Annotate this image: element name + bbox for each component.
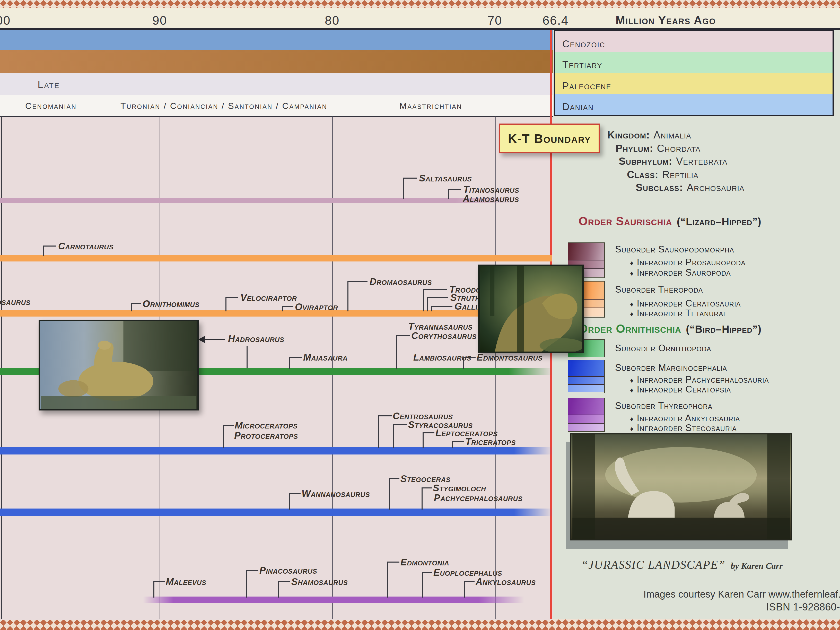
legend-label-ankylosauria: ♦Infraorder Ankylosauria <box>630 413 740 423</box>
timeline-bar-ceratopsia <box>0 447 553 455</box>
legend-swatch-thyreophora <box>568 398 605 432</box>
swatch-marginocephalia-row3 <box>568 385 604 392</box>
taxon-label-alamosaurus: Alamosaurus <box>463 194 519 204</box>
arrow-to-hadrosaur-image <box>198 336 205 343</box>
connector-ornithomimus <box>131 303 141 311</box>
axis-title: Million Years Ago <box>616 14 716 27</box>
taxon-label-microceratops: Microceratops <box>235 420 297 431</box>
connector-dromaosaurus <box>347 281 368 311</box>
legend-swatch-marginocephalia <box>568 360 605 393</box>
connector-shamosaurus <box>278 581 290 598</box>
zigzag-border-bottom <box>0 619 840 630</box>
legend-label-pachycephalosauria: ♦Infraorder Pachycephalosauria <box>630 374 769 385</box>
scale-label-danian: Danian <box>562 101 594 112</box>
legend-label-sauropoda: ♦Infraorder Sauropoda <box>630 267 731 278</box>
axis-tick-80: 80 <box>325 13 339 28</box>
legend-label-sauropodomorpha: Suborder Sauropodomorpha <box>615 244 734 255</box>
taxon-label-hadrosaurus: Hadrosaurus <box>228 333 284 344</box>
swatch-thyreophora-row1 <box>568 398 604 415</box>
hadrosaur-silhouette <box>40 321 197 409</box>
taxon-label-ankylosaurus: Ankylosaurus <box>475 576 536 587</box>
classification-phylum: Phylum:Chordata <box>616 142 701 154</box>
painting-title: “JURASSIC LANDSCAPE” <box>581 558 725 571</box>
connector-triceratops <box>452 441 464 448</box>
taxon-label-maleevus: Maleevus <box>166 576 207 587</box>
subclass-rank: Subclass: <box>636 182 683 193</box>
diamond-bullet-icon: ♦ <box>630 386 633 394</box>
phylum-value: Chordata <box>657 142 701 154</box>
swatch-marginocephalia-row1 <box>568 360 604 377</box>
timeline-bar-ceratosauria <box>0 255 552 262</box>
legend-label-theropoda: Suborder Theropoda <box>615 284 703 295</box>
subphylum-rank: Subphylum: <box>619 155 673 167</box>
connector-carnotaurus <box>43 246 56 256</box>
subphylum-value: Vertebrata <box>676 155 728 167</box>
dinosaur-timeline-poster: 00 90 80 70 66.4 Million Years Ago Late … <box>0 0 840 630</box>
connector-pinacosaurus <box>246 570 258 598</box>
axis-tick-66-4: 66.4 <box>543 13 568 28</box>
kingdom-value: Animalia <box>654 129 691 141</box>
timeline-bar-pachycephalosauria <box>0 508 553 516</box>
landscape-silhouette <box>571 434 791 539</box>
taxon-label-stygimoloch: Stygimoloch <box>433 483 486 494</box>
tyrannosaurus-painting <box>478 265 584 353</box>
swatch-thyreophora-row2 <box>568 415 604 423</box>
arrow-shaft <box>204 339 225 340</box>
diamond-bullet-icon: ♦ <box>630 376 633 384</box>
axis-tick-100: 00 <box>0 13 11 28</box>
legend-label-tetanurae: ♦Infraorder Tetanurae <box>630 308 728 319</box>
diamond-bullet-icon: ♦ <box>630 425 633 433</box>
scale-row-tertiary: Tertiary <box>555 52 832 73</box>
legend-heading-saurischia: Order Saurischia(“Lizard–Hipped”) <box>578 214 761 228</box>
legend-label-ornithopoda: Suborder Ornithopoda <box>615 343 711 354</box>
phylum-rank: Phylum: <box>616 142 654 154</box>
scale-label-cenozoic: Cenozoic <box>562 39 605 50</box>
tetanurae-text: Infraorder Tetanurae <box>637 308 728 318</box>
taxon-label-shamosaurus: Shamosaurus <box>291 576 348 587</box>
taxon-label-wannanosaurus: Wannanosaurus <box>302 488 370 499</box>
pachycephalosauria-text: Infraorder Pachycephalosauria <box>637 374 769 385</box>
taxon-label-dromaosaurus: Dromaosaurus <box>369 276 432 287</box>
taxon-label-ornithomimus: Ornithomimus <box>142 298 199 309</box>
scale-row-cenozoic: Cenozoic <box>555 31 832 52</box>
taxon-label-pachycephalosaurus: Pachycephalosaurus <box>434 493 523 504</box>
class-rank: Class: <box>627 169 658 180</box>
connector-saltasaurus <box>403 178 417 199</box>
timeline-bar-sauropoda <box>0 197 518 203</box>
legend-label-marginocephalia: Suborder Marginocephalia <box>615 362 727 373</box>
period-band-blue <box>0 30 553 50</box>
images-credit: Images courtesy Karen Carr www.thefernle… <box>643 589 840 600</box>
connector-hadrosaurus <box>246 346 248 368</box>
gridline-80my <box>332 116 333 619</box>
kingdom-rank: Kingdom: <box>607 129 650 141</box>
zigzag-border-top <box>0 0 840 8</box>
scale-label-tertiary: Tertiary <box>562 60 602 71</box>
taxon-label-corythosaurus: Corythosaurus <box>411 330 477 341</box>
scale-row-danian: Danian <box>555 94 832 115</box>
legend-label-ceratopsia: ♦Infraorder Ceratopsia <box>630 384 731 395</box>
connector-leptoceratops <box>423 433 434 448</box>
taxon-label-carnotaurus: Carnotaurus <box>58 241 114 252</box>
kt-boundary-label: K-T Boundary <box>508 131 591 146</box>
classification-subphylum: Subphylum:Vertebrata <box>619 155 728 167</box>
connector-corythosaurus <box>396 335 410 369</box>
connector-maiasaura <box>289 357 302 369</box>
connector-ankylosaurus <box>464 581 475 598</box>
stage-label-maastrichtian: Maastrichtian <box>399 101 462 111</box>
cenozoic-scale-box: Cenozoic Tertiary Paleocene Danian <box>554 30 834 116</box>
painting-byline: by Karen Carr <box>731 561 783 570</box>
prosauropoda-text: Infraorder Prosauropoda <box>637 257 745 267</box>
scale-row-paleocene: Paleocene <box>555 73 832 94</box>
ankylosauria-text: Infraorder Ankylosauria <box>637 413 740 423</box>
taxon-label-edmontonia: Edmontonia <box>400 557 449 568</box>
stage-label-turonian-campanian: Turonian / Coniancian / Santonian / Camp… <box>120 101 327 111</box>
classification-class: Class:Reptilia <box>627 169 698 180</box>
taxon-label-pinacosaurus: Pinacosaurus <box>259 565 317 576</box>
ceratosauria-text: Infraorder Ceratosauria <box>637 298 741 309</box>
stegosauria-text: Infraorder Stegosauria <box>637 423 737 433</box>
taxon-label-cutoff-saurus: Iosaurus <box>0 297 30 307</box>
diamond-bullet-icon: ♦ <box>630 270 633 277</box>
ceratopsia-text: Infraorder Ceratopsia <box>637 384 731 395</box>
legend-label-prosauropoda: ♦Infraorder Prosauropoda <box>630 257 745 268</box>
kt-boundary-callout: K-T Boundary <box>499 123 600 153</box>
